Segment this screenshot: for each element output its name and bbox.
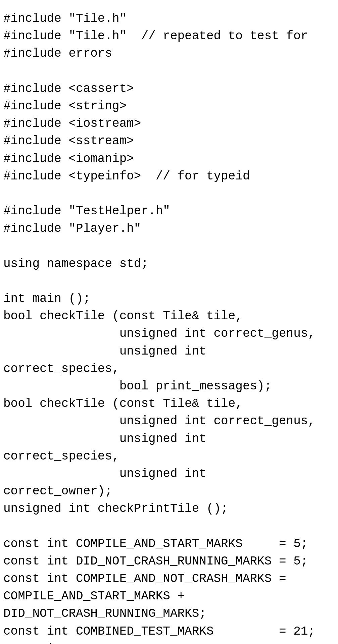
code-content: #include "Tile.h" #include "Tile.h" // r… (3, 10, 335, 644)
